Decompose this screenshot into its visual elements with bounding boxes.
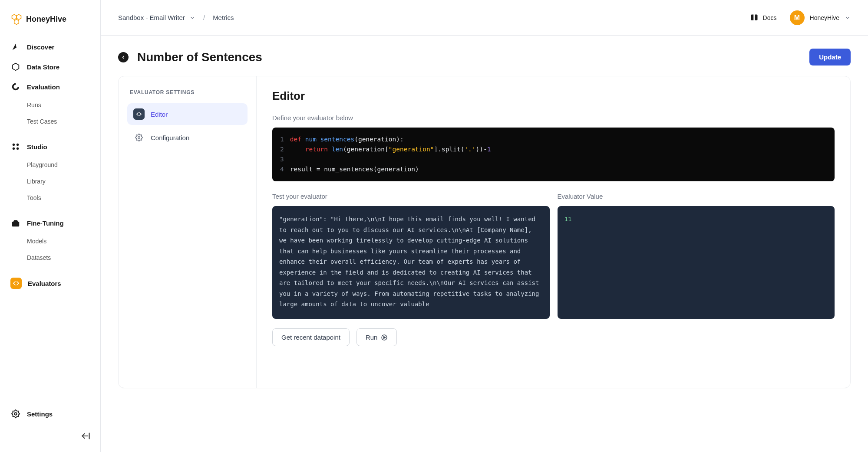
play-circle-icon xyxy=(381,334,388,341)
test-input-label: Test your evaluator xyxy=(272,193,550,200)
svg-marker-1 xyxy=(17,15,21,20)
book-icon xyxy=(750,13,759,22)
get-recent-datapoint-button[interactable]: Get recent datapoint xyxy=(272,328,350,346)
gear-icon xyxy=(133,132,145,143)
code-gutter: 1234 xyxy=(272,134,290,174)
sidebar-item-label: Library xyxy=(27,178,46,185)
sidebar-item-label: Datasets xyxy=(27,254,51,261)
test-input-content: "generation": "Hi there,\n\nI hope this … xyxy=(279,216,539,308)
settings-icon xyxy=(10,409,21,419)
sidebar-item-discover[interactable]: Discover xyxy=(5,37,95,56)
sidebar-item-label: Settings xyxy=(27,410,53,418)
sidebar-item-evaluation[interactable]: Evaluation xyxy=(5,77,95,96)
svg-marker-7 xyxy=(12,410,20,418)
main-content: Sandbox - Email Writer / Metrics Docs M xyxy=(101,0,868,452)
sidebar-item-label: Test Cases xyxy=(27,118,57,125)
settings-item-label: Configuration xyxy=(151,134,189,141)
sidebar-item-label: Fine-Tuning xyxy=(27,219,64,227)
sidebar-item-label: Tools xyxy=(27,194,41,201)
sidebar-item-fine-tuning[interactable]: Fine-Tuning xyxy=(5,213,95,233)
svg-point-3 xyxy=(13,144,15,146)
sidebar-item-label: Playground xyxy=(27,161,58,168)
evaluator-value-panel: 11 xyxy=(558,206,835,319)
avatar: M xyxy=(790,10,805,25)
breadcrumb-current[interactable]: Metrics xyxy=(213,14,234,21)
evaluator-card: EVALUATOR SETTINGS Editor Configuration … xyxy=(118,76,851,388)
code-editor[interactable]: 1234 def num_sentences(generation): retu… xyxy=(272,128,835,181)
evaluator-value-label: Evaluator Value xyxy=(558,193,835,200)
sidebar-item-label: Runs xyxy=(27,102,41,108)
project-name: Sandbox - Email Writer xyxy=(118,14,185,21)
sidebar-item-label: Discover xyxy=(27,43,54,51)
sidebar-item-runs[interactable]: Runs xyxy=(5,97,95,113)
sidebar: HoneyHive Discover Data Store Evaluation xyxy=(0,0,101,452)
sidebar-item-label: Evaluation xyxy=(27,83,60,91)
editor-helper-text: Define your evaluator below xyxy=(272,114,835,121)
user-name: HoneyHive xyxy=(810,14,839,21)
code-icon xyxy=(133,108,145,120)
svg-point-8 xyxy=(14,413,17,415)
docs-link[interactable]: Docs xyxy=(750,13,777,22)
honeycomb-icon xyxy=(10,13,23,25)
compass-icon xyxy=(10,42,21,52)
chevron-down-icon xyxy=(845,15,851,21)
docs-label: Docs xyxy=(763,14,777,21)
button-label: Run xyxy=(366,334,378,341)
svg-marker-0 xyxy=(12,15,17,20)
sidebar-item-playground[interactable]: Playground xyxy=(5,157,95,173)
cube-icon xyxy=(10,62,21,72)
collapse-left-icon xyxy=(80,430,92,442)
sidebar-item-evaluators[interactable]: Evaluators xyxy=(5,273,95,293)
svg-point-11 xyxy=(138,137,140,139)
editor-panel: Editor Define your evaluator below 1234 … xyxy=(257,76,850,388)
evaluator-value: 11 xyxy=(564,216,572,223)
svg-marker-13 xyxy=(384,336,386,338)
project-selector[interactable]: Sandbox - Email Writer xyxy=(118,14,195,21)
svg-point-4 xyxy=(17,144,19,146)
svg-point-5 xyxy=(13,147,15,150)
chevron-left-icon xyxy=(121,55,126,60)
sidebar-item-label: Data Store xyxy=(27,63,59,71)
chevron-down-icon xyxy=(189,15,195,21)
breadcrumb: Sandbox - Email Writer / Metrics xyxy=(118,14,234,21)
sidebar-collapse-button[interactable] xyxy=(0,423,100,443)
sidebar-item-label: Models xyxy=(27,238,46,245)
sidebar-item-models[interactable]: Models xyxy=(5,233,95,249)
avatar-initial: M xyxy=(794,14,800,22)
sidebar-item-label: Evaluators xyxy=(28,280,61,287)
settings-item-label: Editor xyxy=(151,111,168,118)
settings-section-title: EVALUATOR SETTINGS xyxy=(127,89,248,95)
sidebar-item-tools[interactable]: Tools xyxy=(5,190,95,206)
sidebar-item-library[interactable]: Library xyxy=(5,174,95,189)
grid-dots-icon xyxy=(10,141,21,152)
breadcrumb-separator: / xyxy=(203,14,205,21)
svg-point-6 xyxy=(17,147,19,150)
evaluator-settings-sidebar: EVALUATOR SETTINGS Editor Configuration xyxy=(119,76,257,388)
code-icon xyxy=(10,278,22,289)
sidebar-item-settings[interactable]: Settings xyxy=(5,404,95,423)
topbar: Sandbox - Email Writer / Metrics Docs M xyxy=(101,0,868,36)
page-title: Number of Sentences xyxy=(137,50,262,64)
sidebar-item-label: Studio xyxy=(27,143,47,151)
sidebar-item-test-cases[interactable]: Test Cases xyxy=(5,114,95,129)
user-menu[interactable]: M HoneyHive xyxy=(790,10,851,25)
settings-item-editor[interactable]: Editor xyxy=(127,103,248,125)
settings-item-configuration[interactable]: Configuration xyxy=(127,127,248,148)
sidebar-item-studio[interactable]: Studio xyxy=(5,137,95,156)
sidebar-item-datastore[interactable]: Data Store xyxy=(5,57,95,76)
brand-name: HoneyHive xyxy=(26,15,66,24)
button-label: Get recent datapoint xyxy=(281,334,340,341)
editor-title: Editor xyxy=(272,89,835,103)
update-button[interactable]: Update xyxy=(809,49,851,66)
code-content: def num_sentences(generation): return le… xyxy=(290,134,835,174)
primary-nav: Discover Data Store Evaluation Runs Test… xyxy=(0,37,100,404)
run-button[interactable]: Run xyxy=(356,328,397,346)
page-header: Number of Sentences Update xyxy=(101,36,868,76)
svg-marker-2 xyxy=(14,20,19,24)
chart-ring-icon xyxy=(10,82,21,92)
back-button[interactable] xyxy=(118,52,129,62)
toolbox-icon xyxy=(10,218,21,228)
sidebar-item-datasets[interactable]: Datasets xyxy=(5,250,95,265)
brand-logo[interactable]: HoneyHive xyxy=(0,9,100,37)
test-input-panel[interactable]: "generation": "Hi there,\n\nI hope this … xyxy=(272,206,550,319)
